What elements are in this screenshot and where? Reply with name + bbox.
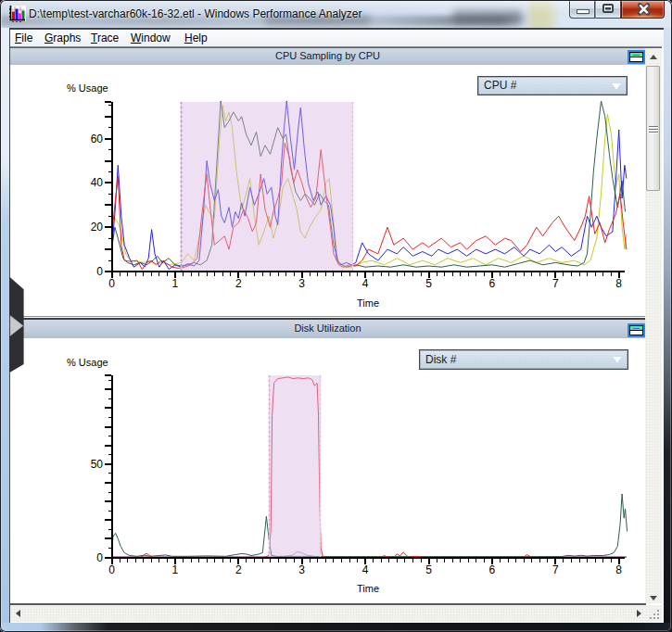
svg-text:7: 7 <box>552 563 559 576</box>
svg-text:40: 40 <box>91 176 104 189</box>
svg-text:4: 4 <box>362 277 369 290</box>
svg-text:50: 50 <box>91 458 104 471</box>
svg-text:% Usage: % Usage <box>67 82 108 94</box>
svg-text:5: 5 <box>425 277 432 290</box>
svg-text:7: 7 <box>552 277 559 290</box>
svg-text:0: 0 <box>96 265 103 278</box>
svg-text:3: 3 <box>298 563 305 576</box>
svg-text:1: 1 <box>172 277 179 290</box>
svg-text:Time: Time <box>357 297 379 309</box>
svg-text:0: 0 <box>108 563 115 576</box>
svg-text:5: 5 <box>425 563 432 576</box>
svg-text:8: 8 <box>615 277 622 290</box>
svg-text:% Usage: % Usage <box>67 357 108 368</box>
svg-text:2: 2 <box>235 563 242 576</box>
svg-text:8: 8 <box>615 563 622 576</box>
svg-text:Time: Time <box>357 583 379 594</box>
svg-text:3: 3 <box>298 277 305 290</box>
svg-text:6: 6 <box>489 277 496 290</box>
svg-text:60: 60 <box>91 133 104 145</box>
svg-text:20: 20 <box>91 221 104 234</box>
svg-text:6: 6 <box>489 563 496 576</box>
svg-text:0: 0 <box>108 277 115 290</box>
svg-text:0: 0 <box>96 551 103 564</box>
svg-text:1: 1 <box>172 563 179 576</box>
svg-text:4: 4 <box>362 563 369 576</box>
svg-text:2: 2 <box>235 277 242 290</box>
